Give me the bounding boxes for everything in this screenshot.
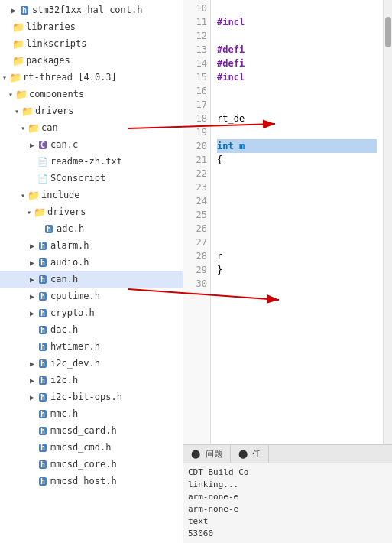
folder-icon-can: 📁: [28, 122, 40, 134]
code-line-22: [217, 167, 377, 180]
code-line-25: [217, 208, 377, 222]
line-num-24: 24: [186, 194, 207, 208]
tree-item-components[interactable]: ▾📁components: [0, 86, 183, 102]
arrow-audio-h[interactable]: ▶: [28, 258, 37, 267]
tree-item-i2c-h[interactable]: ▶hi2c.h: [0, 372, 183, 389]
code-line-24: [217, 194, 377, 208]
folder-icon-packages: 📁: [12, 55, 24, 67]
code-editor: 1011121314151617181920212223242526272829…: [183, 0, 392, 444]
label-linkscripts: linkscripts: [26, 38, 86, 49]
code-line-23: [217, 180, 377, 194]
tree-item-rt-thread[interactable]: ▾📁rt-thread [4.0.3]: [0, 69, 183, 86]
line-num-23: 23: [186, 180, 207, 194]
code-content: #incl#defi#defi#inclrt_deint m{r}: [211, 0, 383, 444]
file-h-icon-mmc-h: h: [37, 408, 49, 419]
tree-item-stm32f1xx_hal_cont[interactable]: ▶hstm32f1xx_hal_cont.h: [0, 2, 183, 18]
line-num-13: 13: [186, 43, 207, 57]
label-can-h: can.h: [50, 274, 78, 285]
tree-item-include[interactable]: ▾📁include: [0, 187, 183, 203]
tree-item-crypto-h[interactable]: ▶hcrypto.h: [0, 304, 183, 321]
file-tree[interactable]: ▶hstm32f1xx_hal_cont.h 📁libraries 📁links…: [0, 0, 183, 543]
code-line-10: [217, 2, 377, 15]
arrow-components[interactable]: ▾: [6, 90, 15, 99]
arrow-can-c[interactable]: ▶: [28, 141, 37, 149]
line-num-17: 17: [186, 98, 207, 112]
tree-item-audio-h[interactable]: ▶haudio.h: [0, 254, 183, 271]
line-num-19: 19: [186, 125, 207, 139]
file-h-icon-audio-h: h: [37, 257, 49, 268]
arrow-drivers[interactable]: ▾: [12, 107, 21, 115]
tree-item-dac-h[interactable]: hdac.h: [0, 321, 183, 338]
line-num-15: 15: [186, 70, 207, 84]
tree-item-readme-zh[interactable]: 📄readme-zh.txt: [0, 153, 183, 170]
label-components: components: [29, 89, 84, 99]
tree-item-mmcsd-cmd-h[interactable]: hmmcsd_cmd.h: [0, 439, 183, 456]
code-line-11: #incl: [217, 15, 377, 29]
line-num-22: 22: [186, 167, 207, 180]
arrow-stm32f1xx_hal_cont[interactable]: ▶: [9, 6, 18, 15]
tree-item-packages[interactable]: 📁packages: [0, 52, 183, 69]
arrow-include[interactable]: ▾: [18, 191, 28, 200]
build-line-2: arm-none-e: [188, 491, 387, 503]
line-numbers: 1011121314151617181920212223242526272829…: [183, 0, 211, 444]
arrow-cputime-h[interactable]: ▶: [28, 292, 37, 301]
label-dac-h: dac.h: [50, 324, 78, 335]
tree-item-i2c-bit-ops-h[interactable]: ▶hi2c-bit-ops.h: [0, 389, 183, 405]
build-title: CDT Build Co: [188, 467, 387, 479]
tree-item-hwtimer-h[interactable]: hhwtimer.h: [0, 338, 183, 355]
label-crypto-h: crypto.h: [50, 307, 95, 318]
tree-item-i2c-dev-h[interactable]: ▶hi2c_dev.h: [0, 355, 183, 372]
file-h-icon-i2c-bit-ops-h: h: [37, 392, 49, 402]
label-i2c-bit-ops-h: i2c-bit-ops.h: [50, 392, 122, 402]
arrow-can-h[interactable]: ▶: [28, 275, 37, 284]
tree-item-drivers2[interactable]: ▾📁drivers: [0, 203, 183, 220]
label-cputime-h: cputime.h: [50, 291, 100, 301]
arrow-rt-thread[interactable]: ▾: [0, 73, 9, 82]
arrow-crypto-h[interactable]: ▶: [28, 309, 37, 317]
arrow-i2c-h[interactable]: ▶: [28, 376, 37, 385]
label-sconscript: SConscript: [50, 173, 105, 184]
code-line-15: #incl: [217, 70, 377, 84]
code-line-20: int m: [217, 139, 377, 153]
bottom-content: CDT Build Co linking... arm-none-e arm-n…: [183, 463, 392, 543]
scroll-thumb[interactable]: [385, 17, 391, 47]
folder-icon-drivers2: 📁: [34, 206, 46, 218]
tab-problems[interactable]: ⬤ 问题: [183, 445, 231, 463]
arrow-alarm-h[interactable]: ▶: [28, 242, 37, 250]
folder-icon-include: 📁: [28, 190, 40, 201]
line-num-30: 30: [186, 277, 207, 291]
tree-item-mmcsd-core-h[interactable]: hmmcsd_core.h: [0, 456, 183, 473]
tree-item-linkscripts[interactable]: 📁linkscripts: [0, 35, 183, 52]
tree-item-can-h[interactable]: ▶hcan.h: [0, 271, 183, 288]
tree-item-drivers[interactable]: ▾📁drivers: [0, 102, 183, 119]
tree-item-libraries[interactable]: 📁libraries: [0, 18, 183, 35]
file-txt-icon-readme-zh: 📄: [37, 156, 49, 167]
tree-item-mmc-h[interactable]: hmmc.h: [0, 405, 183, 422]
file-scons-icon-sconscript: 📄: [37, 173, 49, 184]
tree-item-cputime-h[interactable]: ▶hcputime.h: [0, 288, 183, 304]
line-num-20: 20: [186, 139, 207, 153]
file-h-icon-mmcsd-card-h: h: [37, 425, 49, 436]
arrow-drivers2[interactable]: ▾: [24, 208, 34, 216]
arrow-can[interactable]: ▾: [18, 124, 28, 132]
label-include: include: [41, 190, 80, 200]
build-line-1: linking...: [188, 479, 387, 491]
line-num-16: 16: [186, 84, 207, 98]
tree-item-mmcsd-host-h[interactable]: hmmcsd_host.h: [0, 473, 183, 489]
arrow-i2c-bit-ops-h[interactable]: ▶: [28, 393, 37, 402]
tab-tasks[interactable]: ⬤ 任: [231, 445, 270, 463]
tree-item-sconscript[interactable]: 📄SConscript: [0, 170, 183, 187]
scrollbar[interactable]: [383, 0, 392, 444]
tree-item-mmcsd-card-h[interactable]: hmmcsd_card.h: [0, 422, 183, 439]
arrow-i2c-dev-h[interactable]: ▶: [28, 359, 37, 368]
tree-item-adc-h[interactable]: hadc.h: [0, 220, 183, 237]
code-line-26: [217, 222, 377, 236]
line-num-11: 11: [186, 15, 207, 29]
tree-item-can[interactable]: ▾📁can: [0, 119, 183, 136]
tree-item-alarm-h[interactable]: ▶halarm.h: [0, 237, 183, 254]
label-i2c-h: i2c.h: [50, 375, 78, 385]
tree-item-can-c[interactable]: ▶Ccan.c: [0, 136, 183, 153]
build-line-4: text: [188, 515, 387, 528]
label-mmc-h: mmc.h: [50, 408, 78, 419]
label-mmcsd-host-h: mmcsd_host.h: [50, 476, 117, 486]
